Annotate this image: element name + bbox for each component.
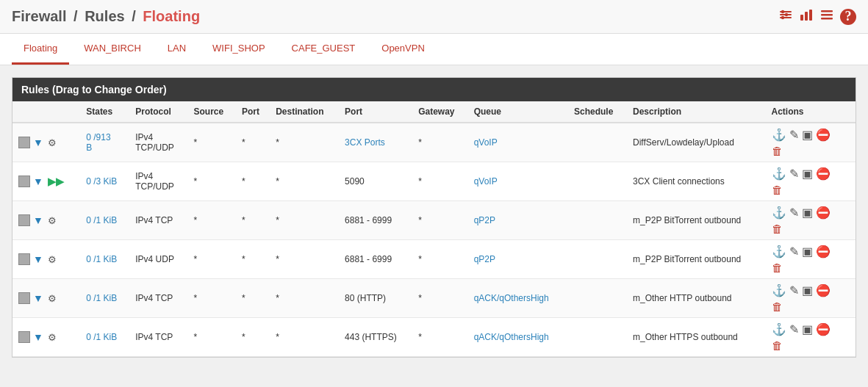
svg-rect-11 (821, 18, 833, 20)
tab-wifi-shop[interactable]: WIFI_SHOP (201, 34, 277, 65)
arrow-icon[interactable]: ▶▶ (48, 176, 64, 187)
tab-floating[interactable]: Floating (12, 34, 69, 65)
copy-icon[interactable]: ▣ (802, 128, 813, 142)
edit-icon[interactable]: ✎ (789, 128, 799, 142)
delete-icon[interactable]: 🗑 (772, 184, 783, 196)
filter-icon[interactable]: ▼ (33, 214, 43, 226)
states-link[interactable]: 0 /913B (86, 132, 110, 153)
delete-icon[interactable]: 🗑 (772, 339, 783, 352)
row-actions: ⚓ ✎ ▣ ⛔ 🗑 (766, 318, 856, 357)
delete-icon[interactable]: 🗑 (772, 300, 783, 313)
filter-icon[interactable]: ▼ (33, 137, 43, 148)
row-checkbox[interactable] (18, 292, 30, 304)
anchor-icon[interactable]: ⚓ (772, 245, 786, 258)
tab-openvpn[interactable]: OpenVPN (370, 34, 437, 65)
list-icon[interactable] (819, 7, 834, 26)
queue-link[interactable]: qVoIP (474, 137, 498, 148)
svg-point-5 (781, 16, 784, 19)
gear-icon[interactable]: ⚙ (48, 293, 57, 304)
gear-icon[interactable]: ⚙ (48, 332, 57, 343)
edit-icon[interactable]: ✎ (789, 283, 799, 297)
row-controls: ▼ ⚙ (12, 201, 80, 240)
copy-icon[interactable]: ▣ (802, 322, 813, 336)
row-controls: ▼ ⚙ (12, 279, 80, 318)
row-controls: ▼ ⚙ (12, 123, 80, 162)
states-link[interactable]: 0 /1 KiB (86, 254, 117, 264)
row-checkbox[interactable] (18, 137, 30, 148)
states-link[interactable]: 0 /1 KiB (86, 215, 117, 225)
row-schedule (568, 201, 627, 240)
row-checkbox[interactable] (18, 176, 30, 187)
row-checkbox[interactable] (18, 253, 30, 265)
col-gateway: Gateway (412, 101, 467, 123)
row-src-port: * (236, 240, 270, 279)
copy-icon[interactable]: ▣ (802, 283, 813, 297)
disable-icon[interactable]: ⛔ (816, 245, 831, 258)
breadcrumb-current: Floating (143, 8, 200, 24)
breadcrumb-rules[interactable]: Rules (85, 8, 124, 24)
edit-icon[interactable]: ✎ (789, 206, 799, 220)
filter-icon[interactable]: ▼ (33, 176, 43, 187)
rules-table-wrapper: Rules (Drag to Change Order) States Prot… (12, 77, 856, 358)
row-description: m_Other HTTP outbound (627, 279, 765, 318)
svg-point-3 (781, 10, 784, 13)
col-queue: Queue (468, 101, 568, 123)
anchor-icon[interactable]: ⚓ (772, 322, 786, 336)
anchor-icon[interactable]: ⚓ (772, 283, 786, 297)
gear-icon[interactable]: ⚙ (48, 215, 57, 226)
anchor-icon[interactable]: ⚓ (772, 128, 786, 142)
delete-icon[interactable]: 🗑 (772, 145, 783, 157)
disable-icon[interactable]: ⛔ (816, 322, 831, 336)
row-queue: qP2P (468, 201, 568, 240)
filter-icon[interactable]: ▼ (33, 253, 43, 265)
gear-icon[interactable]: ⚙ (48, 254, 57, 265)
bar-chart-icon[interactable] (799, 7, 814, 26)
row-dst-port: 6881 - 6999 (339, 201, 412, 240)
row-destination: * (270, 162, 339, 201)
row-protocol: IPv4 TCP (129, 318, 187, 357)
tab-cafe-guest[interactable]: CAFE_GUEST (280, 34, 367, 65)
breadcrumb-firewall[interactable]: Firewall (12, 8, 66, 24)
disable-icon[interactable]: ⛔ (816, 167, 831, 181)
filter-icon[interactable]: ▼ (33, 331, 43, 343)
sliders-icon[interactable] (778, 7, 793, 26)
col-schedule: Schedule (568, 101, 627, 123)
row-source: * (188, 123, 236, 162)
page-header: Firewall / Rules / Floating (0, 0, 868, 34)
help-icon[interactable]: ? (840, 9, 856, 25)
filter-icon[interactable]: ▼ (33, 292, 43, 304)
copy-icon[interactable]: ▣ (802, 245, 813, 258)
disable-icon[interactable]: ⛔ (816, 283, 831, 297)
tab-wan-birch[interactable]: WAN_BIRCH (72, 34, 153, 65)
states-link[interactable]: 0 /1 KiB (86, 332, 117, 342)
row-queue: qACK/qOthersHigh (468, 279, 568, 318)
edit-icon[interactable]: ✎ (789, 322, 799, 336)
row-gateway: * (412, 279, 467, 318)
table-row: ▼ ⚙ 0 /1 KiBIPv4 TCP***6881 - 6999*qP2Pm… (12, 201, 856, 240)
disable-icon[interactable]: ⛔ (816, 206, 831, 220)
delete-icon[interactable]: 🗑 (772, 261, 783, 274)
gear-icon[interactable]: ⚙ (48, 137, 57, 148)
queue-link[interactable]: qACK/qOthersHigh (474, 293, 549, 303)
tab-lan[interactable]: LAN (156, 34, 198, 65)
delete-icon[interactable]: 🗑 (772, 223, 783, 235)
row-src-port: * (236, 318, 270, 357)
row-actions: ⚓ ✎ ▣ ⛔ 🗑 (766, 123, 856, 162)
row-checkbox[interactable] (18, 331, 30, 343)
anchor-icon[interactable]: ⚓ (772, 206, 786, 220)
queue-link[interactable]: qACK/qOthersHigh (474, 332, 549, 342)
copy-icon[interactable]: ▣ (802, 206, 813, 220)
states-link[interactable]: 0 /1 KiB (86, 293, 117, 303)
states-link[interactable]: 0 /3 KiB (86, 176, 117, 187)
anchor-icon[interactable]: ⚓ (772, 167, 786, 181)
edit-icon[interactable]: ✎ (789, 167, 799, 181)
queue-link[interactable]: qP2P (474, 215, 495, 225)
dst-port-link[interactable]: 3CX Ports (345, 137, 385, 148)
copy-icon[interactable]: ▣ (802, 167, 813, 181)
row-checkbox[interactable] (18, 214, 30, 226)
queue-link[interactable]: qVoIP (474, 176, 498, 187)
disable-icon[interactable]: ⛔ (816, 128, 831, 142)
svg-rect-7 (805, 12, 808, 21)
edit-icon[interactable]: ✎ (789, 245, 799, 258)
queue-link[interactable]: qP2P (474, 254, 495, 264)
